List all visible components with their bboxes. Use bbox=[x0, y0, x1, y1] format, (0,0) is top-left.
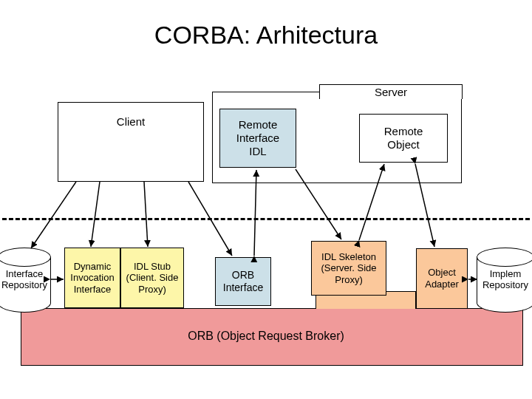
interface-repo-cylinder: Interface Repository bbox=[0, 248, 51, 313]
client-label: Client bbox=[117, 115, 145, 129]
svg-line-0 bbox=[31, 182, 76, 248]
server-label-box: Server bbox=[319, 84, 463, 99]
remote-obj-box: Remote Object bbox=[359, 114, 448, 163]
svg-line-1 bbox=[91, 182, 100, 247]
orb-if-label: ORB Interface bbox=[223, 269, 263, 294]
idl-stub-box: IDL Stub (Client. Side Proxy) bbox=[120, 248, 184, 308]
remote-idl-box: Remote Interface IDL bbox=[219, 109, 296, 168]
server-label: Server bbox=[375, 86, 407, 99]
orb-if-box: ORB Interface bbox=[215, 257, 271, 306]
idl-skel-label: IDL Skeleton (Server. Side Proxy) bbox=[321, 251, 376, 286]
title: CORBA: Arhitectura bbox=[0, 21, 532, 50]
dyn-invoc-box: Dynamic Invocation Interface bbox=[64, 248, 120, 308]
svg-line-2 bbox=[144, 182, 148, 247]
client-box: Client bbox=[58, 102, 204, 182]
dyn-invoc-label: Dynamic Invocation Interface bbox=[70, 261, 114, 296]
obj-adapter-box: Object Adapter bbox=[416, 248, 468, 309]
interface-repo-label: Interface Repository bbox=[1, 269, 47, 291]
remote-idl-label: Remote Interface IDL bbox=[236, 118, 279, 158]
idl-stub-label: IDL Stub (Client. Side Proxy) bbox=[126, 261, 179, 296]
implem-repo-cylinder: Implem Repository bbox=[477, 248, 532, 313]
dashed-divider bbox=[0, 218, 532, 220]
remote-obj-label: Remote Object bbox=[384, 125, 423, 151]
implem-repo-label: Implem Repository bbox=[482, 269, 528, 291]
idl-skel-box: IDL Skeleton (Server. Side Proxy) bbox=[311, 241, 386, 296]
obj-adapter-label: Object Adapter bbox=[425, 267, 459, 290]
orb-label: ORB (Object Request Broker) bbox=[0, 330, 532, 343]
